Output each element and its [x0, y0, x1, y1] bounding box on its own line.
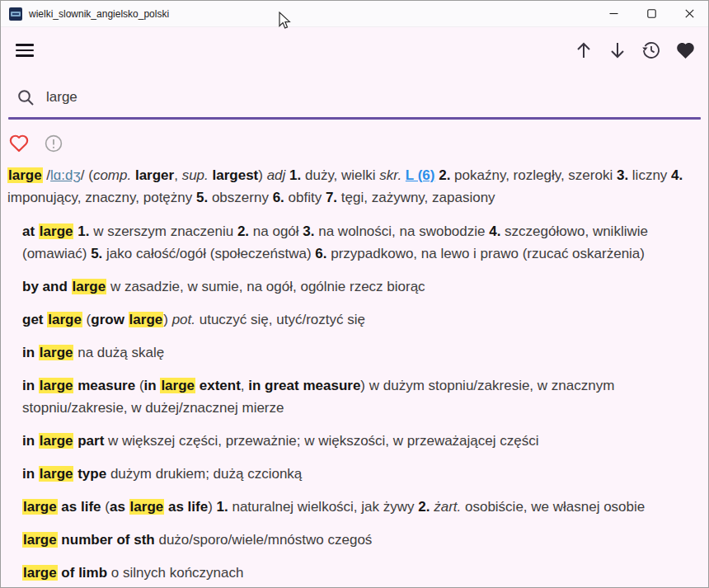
- text: ): [163, 312, 171, 327]
- text: na wolności, na swobodzie: [315, 223, 490, 239]
- bold-text: 2.: [418, 499, 430, 515]
- highlighted-keyword: large: [129, 499, 165, 515]
- text: liczny: [628, 167, 671, 183]
- window-title: wielki_slownik_angielsko_polski: [29, 8, 169, 20]
- text: imponujący, znaczny, potężny: [7, 190, 196, 205]
- arrow-down-icon: [608, 41, 627, 59]
- text: utuczyć się, utyć/roztyć się: [195, 312, 365, 327]
- text: /: [43, 167, 50, 183]
- abbreviation-link[interactable]: L (6): [406, 167, 435, 183]
- text: (: [101, 499, 110, 515]
- entry-headword-line: large /lɑ:dʒ/ (comp. larger, sup. larges…: [7, 164, 700, 209]
- bold-text: 1.: [217, 499, 228, 515]
- bold-text: grow: [91, 312, 128, 327]
- phrase-entry: large of limb o silnych kończynach: [22, 562, 692, 584]
- bold-text: 3.: [617, 167, 628, 183]
- bold-text: 1.: [77, 223, 89, 239]
- bold-text: as life: [58, 499, 101, 515]
- bold-text: extent: [195, 378, 241, 393]
- text: obfity: [284, 190, 326, 205]
- bold-text: 4.: [489, 223, 500, 239]
- bold-text: 7.: [326, 190, 337, 205]
- title-bar: wielki_slownik_angielsko_polski: [1, 1, 708, 27]
- minimize-button[interactable]: [594, 1, 632, 27]
- highlighted-keyword: large: [39, 345, 74, 360]
- bold-text: 5.: [196, 190, 208, 205]
- add-favorite-button[interactable]: [9, 134, 29, 153]
- text: w zasadzie, w sumie, na ogół, ogólnie rz…: [106, 279, 425, 294]
- maximize-icon: [647, 9, 656, 18]
- minimize-icon: [609, 9, 618, 18]
- menu-button[interactable]: [16, 40, 35, 60]
- bold-text: in: [22, 466, 39, 482]
- highlighted-keyword: large: [72, 279, 107, 294]
- entry-actions: [1, 120, 708, 156]
- highlighted-keyword: large: [22, 499, 58, 515]
- highlighted-keyword: large: [47, 312, 82, 327]
- app-icon: [9, 7, 22, 21]
- scroll-down-button[interactable]: [608, 40, 627, 60]
- text: / (: [81, 167, 93, 183]
- phrase-entry: large number of sth dużo/sporo/wiele/mnó…: [22, 529, 692, 551]
- bold-text: 6.: [315, 246, 326, 261]
- dictionary-content: large /lɑ:dʒ/ (comp. larger, sup. larges…: [1, 156, 708, 584]
- highlighted-keyword: large: [22, 565, 58, 581]
- favorite-filled-icon: [676, 42, 695, 59]
- close-button[interactable]: [670, 1, 708, 27]
- phrase-entry: in large na dużą skalę: [22, 341, 692, 364]
- scroll-up-button[interactable]: [574, 40, 594, 60]
- italic-label: adj: [267, 167, 286, 183]
- text: naturalnej wielkości, jak żywy: [228, 499, 419, 515]
- italic-label: skr.: [379, 167, 401, 183]
- phrase-entry: by and large w zasadzie, w sumie, na ogó…: [22, 275, 692, 298]
- bold-text: type: [73, 466, 106, 482]
- phrase-entry: in large measure (in large extent, in gr…: [22, 374, 692, 419]
- text: ): [258, 167, 266, 183]
- bold-text: in: [22, 378, 39, 393]
- text: ,: [174, 167, 181, 183]
- pronunciation-link[interactable]: lɑ:dʒ: [50, 167, 81, 183]
- history-icon: [641, 40, 661, 60]
- highlighted-keyword: large: [39, 223, 74, 239]
- search-input[interactable]: [46, 89, 623, 106]
- bold-text: by and: [22, 279, 72, 294]
- bold-text: in great measure: [248, 378, 360, 393]
- highlighted-keyword: large: [22, 532, 58, 548]
- app-toolbar: [1, 27, 708, 73]
- highlighted-keyword: large: [160, 378, 195, 393]
- text: dużo/sporo/wiele/mnóstwo czegoś: [155, 532, 373, 548]
- text: ): [208, 499, 216, 515]
- italic-label: pot.: [172, 312, 195, 327]
- bold-text: 1.: [289, 167, 301, 183]
- phrase-entry: at large 1. w szerszym znaczeniu 2. na o…: [22, 220, 692, 265]
- bold-text: number of sth: [58, 532, 155, 548]
- text: duży, wielki: [301, 167, 379, 183]
- text: dużym drukiem; dużą czcionką: [106, 466, 302, 482]
- bold-text: part: [73, 433, 104, 449]
- bold-text: get: [22, 312, 47, 327]
- bold-text: at: [22, 223, 39, 239]
- text: (: [82, 312, 91, 327]
- history-button[interactable]: [641, 40, 661, 60]
- app-window: wielki_slownik_angielsko_polski: [0, 0, 709, 588]
- favorites-button[interactable]: [675, 40, 695, 60]
- phrase-entry: in large part w większej części, przeważ…: [22, 430, 692, 452]
- phrase-list: at large 1. w szerszym znaczeniu 2. na o…: [7, 220, 700, 584]
- text: tęgi, zażywny, zapasiony: [337, 190, 495, 205]
- bold-text: in: [22, 433, 39, 449]
- italic-label: żart.: [434, 499, 461, 515]
- maximize-button[interactable]: [632, 1, 670, 27]
- text: w szerszym znaczeniu: [89, 223, 237, 239]
- text: na ogół: [249, 223, 303, 239]
- info-button[interactable]: [44, 134, 63, 153]
- favorite-outline-icon: [9, 134, 29, 153]
- menu-icon: [16, 44, 34, 46]
- bold-text: larger: [135, 167, 174, 183]
- text: ,: [241, 378, 248, 393]
- bold-text: as life: [164, 499, 208, 515]
- search-bar: [1, 73, 708, 110]
- highlighted-keyword: large: [39, 433, 74, 449]
- bold-text: 4.: [671, 167, 683, 183]
- bold-text: 2.: [439, 167, 450, 183]
- bold-text: largest: [213, 167, 259, 183]
